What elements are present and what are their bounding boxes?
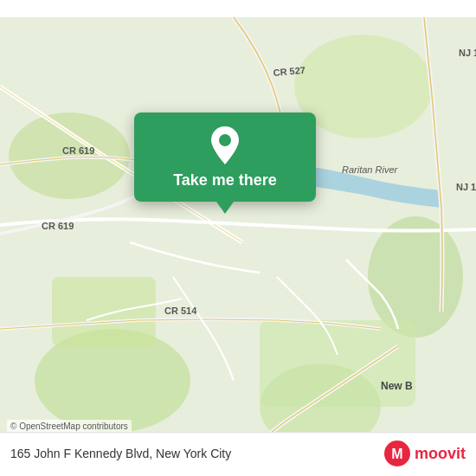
svg-text:New B: New B — [381, 380, 413, 392]
svg-text:Raritan River: Raritan River — [342, 164, 399, 175]
svg-text:CR 514: CR 514 — [164, 306, 197, 316]
address-label: 165 John F Kennedy Blvd, New York City — [10, 447, 231, 460]
location-pin-icon — [209, 126, 241, 164]
moovit-logo: M moovit — [383, 440, 466, 467]
map-background: CR 527 CR 619 CR 619 CR 514 NJ 18 NJ 18 … — [0, 0, 476, 476]
take-me-there-popup[interactable]: Take me there — [134, 113, 316, 202]
osm-credit: © OpenStreetMap contributors — [7, 420, 132, 433]
svg-rect-7 — [52, 277, 156, 346]
svg-text:NJ 18: NJ 18 — [456, 182, 476, 192]
bottom-bar: 165 John F Kennedy Blvd, New York City M… — [0, 432, 476, 476]
svg-text:CR 619: CR 619 — [62, 145, 94, 156]
moovit-icon: M — [383, 440, 411, 467]
svg-text:M: M — [391, 447, 402, 461]
moovit-label: moovit — [415, 445, 466, 463]
svg-point-17 — [219, 134, 231, 146]
map-container: CR 527 CR 619 CR 619 CR 514 NJ 18 NJ 18 … — [0, 0, 476, 476]
take-me-there-label: Take me there — [173, 171, 277, 190]
svg-text:CR 619: CR 619 — [42, 221, 74, 231]
svg-text:NJ 18: NJ 18 — [459, 48, 476, 58]
svg-point-3 — [368, 216, 463, 338]
